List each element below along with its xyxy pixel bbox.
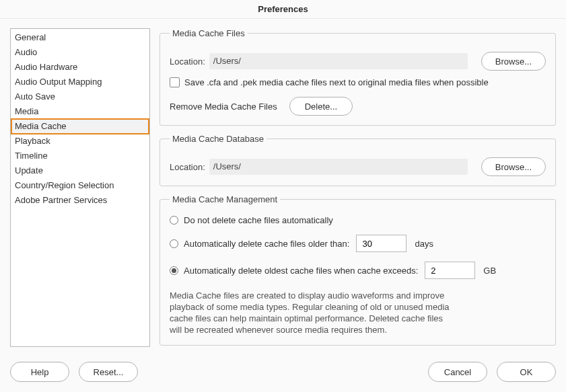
cache-db-location-label: Location:: [170, 162, 205, 172]
radio-delete-older-label: Automatically delete cache files older t…: [184, 239, 349, 249]
media-cache-database-group: Media Cache Database Location: /Users/ B…: [160, 134, 556, 186]
cache-info-text: Media Cache files are created to display…: [170, 290, 452, 336]
sidebar-item-media-cache[interactable]: Media Cache: [11, 118, 149, 134]
delete-cache-button[interactable]: Delete...: [289, 97, 353, 116]
sidebar-item-audio-output-mapping[interactable]: Audio Output Mapping: [11, 75, 149, 89]
reset-button[interactable]: Reset...: [79, 362, 138, 382]
sidebar-item-auto-save[interactable]: Auto Save: [11, 89, 149, 104]
dialog-footer: Help Reset... Cancel OK: [10, 362, 556, 382]
sidebar-item-media[interactable]: Media: [11, 104, 149, 119]
days-unit: days: [415, 239, 433, 249]
radio-no-delete[interactable]: [170, 216, 178, 225]
radio-delete-older[interactable]: [170, 239, 178, 248]
gb-input[interactable]: [425, 262, 475, 279]
content: GeneralAudioAudio HardwareAudio Output M…: [0, 19, 566, 354]
sidebar-item-update[interactable]: Update: [11, 163, 149, 178]
cache-files-location-value: /Users/: [209, 53, 468, 69]
sidebar-item-country-region-selection[interactable]: Country/Region Selection: [11, 178, 149, 193]
sidebar-item-adobe-partner-services[interactable]: Adobe Partner Services: [11, 193, 149, 208]
media-cache-management-group: Media Cache Management Do not delete cac…: [160, 194, 556, 346]
cache-files-location-label: Location:: [170, 56, 205, 67]
help-button[interactable]: Help: [10, 362, 69, 382]
sidebar-item-timeline[interactable]: Timeline: [11, 149, 149, 163]
preferences-window: Preferences GeneralAudioAudio HardwareAu…: [0, 0, 566, 392]
media-cache-files-group: Media Cache Files Location: /Users/ Brow…: [160, 28, 556, 126]
save-next-to-checkbox[interactable]: [170, 77, 180, 87]
remove-cache-label: Remove Media Cache Files: [170, 102, 277, 112]
radio-no-delete-label: Do not delete cache files automatically: [184, 215, 333, 225]
cache-db-location-value: /Users/: [209, 159, 468, 175]
sidebar-item-playback[interactable]: Playback: [11, 134, 149, 149]
sidebar-item-audio-hardware[interactable]: Audio Hardware: [11, 60, 149, 75]
window-title: Preferences: [0, 0, 566, 19]
media-cache-files-legend: Media Cache Files: [170, 28, 248, 38]
gb-unit: GB: [483, 266, 496, 276]
radio-delete-exceeds-label: Automatically delete oldest cache files …: [184, 266, 418, 276]
cache-db-browse-button[interactable]: Browse...: [481, 157, 546, 176]
save-next-to-label: Save .cfa and .pek media cache files nex…: [184, 77, 489, 87]
media-cache-database-legend: Media Cache Database: [170, 134, 267, 144]
ok-button[interactable]: OK: [497, 362, 556, 382]
main-panel: Media Cache Files Location: /Users/ Brow…: [150, 28, 556, 354]
media-cache-management-legend: Media Cache Management: [170, 194, 280, 204]
cache-files-browse-button[interactable]: Browse...: [481, 52, 546, 71]
radio-delete-exceeds[interactable]: [170, 266, 178, 275]
sidebar-item-general[interactable]: General: [11, 30, 149, 45]
days-input[interactable]: [356, 235, 406, 252]
cancel-button[interactable]: Cancel: [428, 362, 487, 382]
category-sidebar: GeneralAudioAudio HardwareAudio Output M…: [10, 28, 150, 347]
sidebar-item-audio[interactable]: Audio: [11, 45, 149, 60]
